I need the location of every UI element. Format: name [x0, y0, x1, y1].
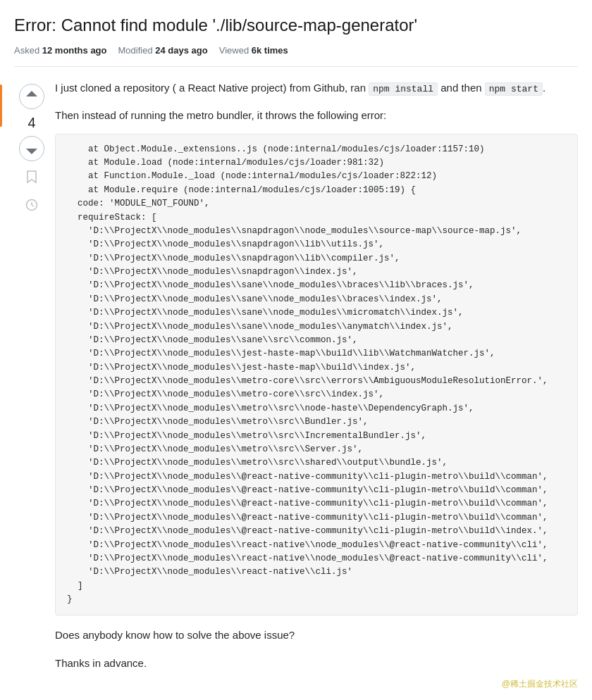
error-code-block: at Object.Module._extensions..js (node:i…: [67, 143, 566, 607]
vote-count: 4: [27, 112, 35, 133]
upvote-button[interactable]: [19, 84, 44, 109]
question-title: Error: Cannot find module './lib/source-…: [14, 14, 578, 37]
question-text-2: Thanks in advance.: [55, 655, 578, 672]
watermark: @稀土掘金技术社区: [55, 677, 578, 690]
inline-code-npm-install: npm install: [369, 82, 438, 96]
modified-label: Modified 24 days ago: [118, 44, 208, 58]
question-meta: Asked 12 months ago Modified 24 days ago…: [14, 44, 578, 67]
question-error-intro: Then instead of running the metro bundle…: [55, 107, 578, 124]
bookmark-button[interactable]: [19, 164, 44, 189]
question-body-area: 4 I just cloned a repository ( a React N…: [14, 80, 578, 691]
code-block-wrapper[interactable]: at Object.Module._extensions..js (node:i…: [55, 134, 578, 616]
asked-label: Asked 12 months ago: [14, 44, 107, 58]
question-content: I just cloned a repository ( a React Nat…: [49, 80, 578, 691]
question-intro: I just cloned a repository ( a React Nat…: [55, 80, 578, 97]
inline-code-npm-start: npm start: [485, 82, 543, 96]
vote-column: 4: [14, 80, 49, 691]
downvote-button[interactable]: [19, 136, 44, 161]
question-text-1: Does anybody know how to solve the above…: [55, 627, 578, 644]
history-button[interactable]: [19, 192, 44, 218]
viewed-label: Viewed 6k times: [219, 44, 288, 58]
